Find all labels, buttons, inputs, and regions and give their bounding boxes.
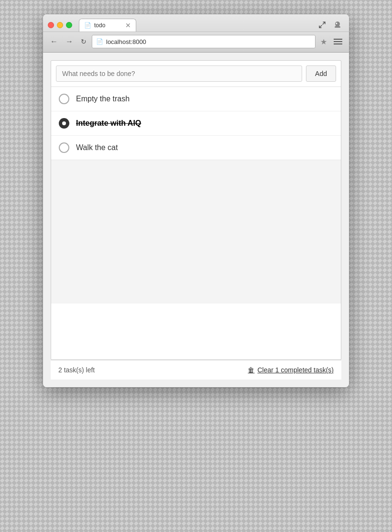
traffic-lights xyxy=(48,22,72,28)
browser-window: 📄 todo ✕ xyxy=(43,14,349,387)
active-tab[interactable]: 📄 todo ✕ xyxy=(79,19,136,32)
clear-completed-button[interactable]: 🗑 Clear 1 completed task(s) xyxy=(248,366,334,374)
todo-radio-1[interactable] xyxy=(59,94,69,104)
tab-title: todo xyxy=(94,22,105,29)
menu-line-2 xyxy=(334,41,342,42)
reload-button[interactable]: ↻ xyxy=(78,36,89,47)
menu-line-1 xyxy=(334,39,342,40)
todo-radio-2[interactable] xyxy=(59,118,69,129)
svg-rect-2 xyxy=(335,26,340,28)
todo-item: Empty the trash xyxy=(51,87,341,111)
fullscreen-icon[interactable] xyxy=(316,18,329,32)
page-icon: 📄 xyxy=(96,38,103,45)
browser-chrome: 📄 todo ✕ xyxy=(43,14,349,53)
todo-item-completed: Integrate with AIQ xyxy=(51,111,341,136)
menu-button[interactable] xyxy=(332,38,344,45)
todo-app: Add Empty the trash Integrate with AIQ W xyxy=(51,60,341,360)
trash-icon: 🗑 xyxy=(248,366,254,374)
tab-bar: 📄 todo ✕ xyxy=(79,19,316,32)
tab-close-icon[interactable]: ✕ xyxy=(125,22,131,29)
forward-button[interactable]: → xyxy=(63,35,76,48)
todo-footer: 2 task(s) left 🗑 Clear 1 completed task(… xyxy=(51,360,341,380)
browser-toolbar: ← → ↻ 📄 ★ xyxy=(43,32,349,52)
svg-point-1 xyxy=(336,23,338,24)
back-button[interactable]: ← xyxy=(48,35,60,48)
todo-text-2: Integrate with AIQ xyxy=(76,119,141,128)
todo-text-1: Empty the trash xyxy=(76,95,130,103)
add-todo-button[interactable]: Add xyxy=(306,65,336,82)
bookmark-button[interactable]: ★ xyxy=(318,36,329,47)
tasks-left-count: 2 task(s) left xyxy=(58,366,95,374)
browser-extensions xyxy=(316,18,344,32)
address-input[interactable] xyxy=(106,38,311,45)
todo-item-3: Walk the cat xyxy=(51,136,341,160)
browser-titlebar: 📄 todo ✕ xyxy=(43,14,349,32)
tab-favicon: 📄 xyxy=(84,22,91,29)
todo-list: Empty the trash Integrate with AIQ Walk … xyxy=(51,87,341,160)
menu-line-3 xyxy=(334,43,342,44)
todo-input-row: Add xyxy=(51,61,341,87)
todo-empty-space xyxy=(51,160,341,304)
todo-text-3: Walk the cat xyxy=(76,143,118,152)
new-todo-input[interactable] xyxy=(56,65,302,82)
maximize-button[interactable] xyxy=(66,22,72,28)
close-button[interactable] xyxy=(48,22,54,28)
address-bar[interactable]: 📄 xyxy=(92,35,316,48)
todo-radio-3[interactable] xyxy=(59,142,69,153)
spy-icon[interactable] xyxy=(331,18,344,32)
clear-completed-label: Clear 1 completed task(s) xyxy=(257,366,334,374)
page-content: Add Empty the trash Integrate with AIQ W xyxy=(43,53,349,387)
minimize-button[interactable] xyxy=(57,22,63,28)
